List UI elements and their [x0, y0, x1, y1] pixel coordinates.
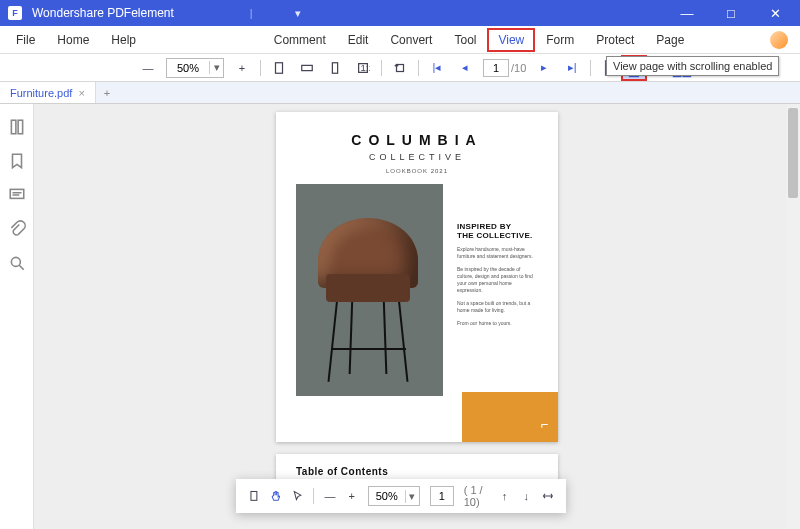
- quick-access-toolbar: [192, 7, 240, 19]
- pdf-page-1: COLUMBIA COLLECTIVE LOOKBOOK 2021 INSPIR…: [276, 112, 558, 442]
- fit-page-button[interactable]: [269, 58, 289, 78]
- dropdown-icon[interactable]: ▾: [295, 7, 301, 20]
- hero-text: INSPIRED BY THE COLLECTIVE. Explore hand…: [457, 184, 538, 396]
- zoom-dropdown-icon[interactable]: ▾: [209, 61, 223, 74]
- rotate-button[interactable]: [390, 58, 410, 78]
- float-fit-width-button[interactable]: [542, 487, 554, 505]
- separator: [313, 488, 314, 504]
- menu-help[interactable]: Help: [101, 29, 146, 51]
- menu-file[interactable]: File: [6, 29, 45, 51]
- menu-edit[interactable]: Edit: [338, 29, 379, 51]
- separator: [590, 60, 591, 76]
- tab-furniture[interactable]: Furniture.pdf ×: [0, 82, 96, 103]
- scrollbar-thumb[interactable]: [788, 108, 798, 198]
- hero-heading-1: INSPIRED BY: [457, 222, 538, 231]
- float-page-input[interactable]: [430, 486, 454, 506]
- fit-width-button[interactable]: [297, 58, 317, 78]
- tab-add-button[interactable]: +: [96, 87, 118, 99]
- close-button[interactable]: ✕: [758, 6, 792, 21]
- attachments-icon[interactable]: [8, 220, 26, 238]
- workspace: COLUMBIA COLLECTIVE LOOKBOOK 2021 INSPIR…: [0, 104, 800, 529]
- bookmarks-icon[interactable]: [8, 152, 26, 170]
- menu-convert[interactable]: Convert: [380, 29, 442, 51]
- actual-size-button[interactable]: 1:1: [353, 58, 373, 78]
- hero-para-3: Not a space built on trends, but a home …: [457, 300, 538, 314]
- select-tool-button[interactable]: [292, 487, 304, 505]
- zoom-in-button[interactable]: +: [232, 58, 252, 78]
- page-indicator: /10: [483, 59, 526, 77]
- maximize-button[interactable]: □: [714, 6, 748, 21]
- float-zoom-value: 50%: [369, 490, 405, 502]
- menu-form[interactable]: Form: [536, 29, 584, 51]
- hero-para-1: Explore handsome, must-have furniture an…: [457, 246, 538, 260]
- document-tabs: Furniture.pdf × +: [0, 82, 800, 104]
- first-page-button[interactable]: |◂: [427, 58, 447, 78]
- doc-lookbook: LOOKBOOK 2021: [296, 168, 538, 174]
- accent-block: ⌐: [462, 392, 558, 442]
- menubar: File Home Help Comment Edit Convert Tool…: [0, 26, 800, 54]
- svg-point-24: [11, 257, 20, 266]
- comments-icon[interactable]: [8, 186, 26, 204]
- next-page-button[interactable]: ▸: [534, 58, 554, 78]
- menu-home[interactable]: Home: [47, 29, 99, 51]
- svg-rect-23: [10, 189, 24, 198]
- document-canvas[interactable]: COLUMBIA COLLECTIVE LOOKBOOK 2021 INSPIR…: [34, 104, 800, 529]
- separator: [381, 60, 382, 76]
- hand-tool-button[interactable]: [270, 487, 282, 505]
- svg-text:1:1: 1:1: [360, 61, 370, 72]
- float-zoom-dropdown-icon[interactable]: ▾: [405, 490, 419, 503]
- separator: |: [250, 7, 253, 19]
- hero-para-2: Be inspired by the decade of culture, de…: [457, 266, 538, 294]
- zoom-out-button[interactable]: —: [138, 58, 158, 78]
- fit-button[interactable]: [248, 487, 260, 505]
- float-page-total: ( 1 / 10): [464, 484, 489, 508]
- thumbnails-icon[interactable]: [8, 118, 26, 136]
- prev-page-button[interactable]: ◂: [455, 58, 475, 78]
- menu-page[interactable]: Page: [646, 29, 694, 51]
- page-input[interactable]: [483, 59, 509, 77]
- floating-toolbar: — + 50% ▾ ( 1 / 10) ↑ ↓: [236, 479, 566, 513]
- menu-view[interactable]: View: [488, 29, 534, 51]
- hero-heading-2: THE COLLECTIVE.: [457, 231, 538, 240]
- doc-subtitle: COLLECTIVE: [296, 152, 538, 162]
- svg-rect-7: [302, 65, 313, 70]
- titlebar: F Wondershare PDFelement | ▾ — □ ✕: [0, 0, 800, 26]
- tab-close-icon[interactable]: ×: [78, 87, 84, 99]
- separator: [418, 60, 419, 76]
- svg-rect-6: [276, 62, 283, 73]
- undo-redo-group: ▾: [271, 7, 301, 20]
- separator: [260, 60, 261, 76]
- svg-rect-21: [11, 120, 16, 134]
- float-next-page-button[interactable]: ↓: [520, 487, 532, 505]
- app-logo-icon: F: [8, 6, 22, 20]
- menu-comment[interactable]: Comment: [264, 29, 336, 51]
- svg-rect-22: [18, 120, 23, 134]
- left-sidebar: [0, 104, 34, 529]
- doc-brand: COLUMBIA: [296, 132, 538, 148]
- minimize-button[interactable]: —: [670, 6, 704, 21]
- float-zoom-out-button[interactable]: —: [324, 487, 336, 505]
- hero-para-4: From our home to yours.: [457, 320, 538, 327]
- svg-rect-8: [332, 62, 337, 73]
- zoom-input[interactable]: [167, 62, 209, 74]
- float-prev-page-button[interactable]: ↑: [499, 487, 511, 505]
- page-total: /10: [511, 62, 526, 74]
- svg-rect-25: [251, 492, 257, 501]
- float-zoom-combo[interactable]: 50% ▾: [368, 486, 420, 506]
- user-avatar[interactable]: [770, 31, 788, 49]
- toc-heading: Table of Contents: [296, 466, 538, 477]
- hero-image: [296, 184, 443, 396]
- app-title: Wondershare PDFelement: [32, 6, 174, 20]
- last-page-button[interactable]: ▸|: [562, 58, 582, 78]
- menu-protect[interactable]: Protect: [586, 29, 644, 51]
- float-zoom-in-button[interactable]: +: [346, 487, 358, 505]
- tab-label: Furniture.pdf: [10, 87, 72, 99]
- search-icon[interactable]: [8, 254, 26, 272]
- tooltip: View page with scrolling enabled: [606, 56, 779, 76]
- zoom-combo[interactable]: ▾: [166, 58, 224, 78]
- chair-glyph-icon: ⌐: [540, 417, 548, 432]
- menu-tool[interactable]: Tool: [444, 29, 486, 51]
- fit-height-button[interactable]: [325, 58, 345, 78]
- vertical-scrollbar[interactable]: [786, 104, 800, 529]
